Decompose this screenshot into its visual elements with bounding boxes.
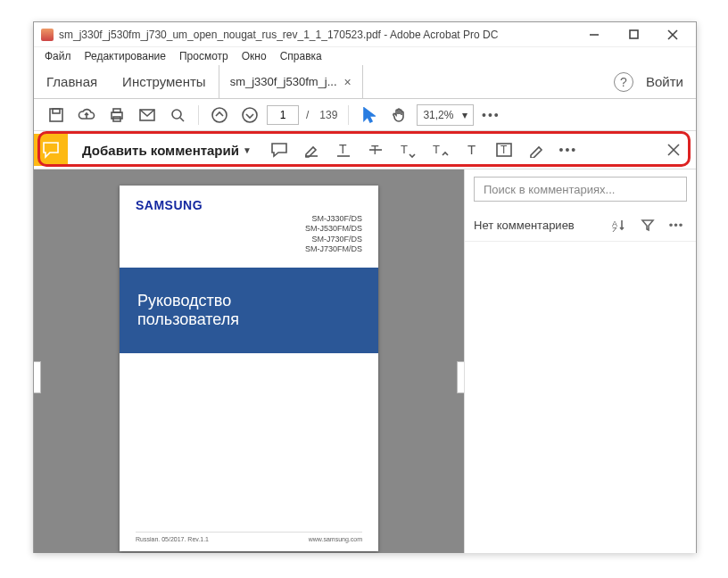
page-separator: /: [302, 109, 312, 121]
tab-document[interactable]: sm_j330f_j530fm_j... ×: [219, 65, 363, 98]
left-panel-toggle[interactable]: [34, 361, 41, 393]
text-replace-icon[interactable]: T: [394, 136, 421, 163]
doc-title-line1: Руководство: [137, 292, 378, 310]
tab-home[interactable]: Главная: [34, 65, 110, 98]
panel-more-icon[interactable]: •••: [666, 214, 687, 235]
tabbar: Главная Инструменты sm_j330f_j530fm_j...…: [34, 65, 696, 99]
no-comments-label: Нет комментариев: [474, 219, 575, 232]
menu-view[interactable]: Просмотр: [174, 48, 234, 64]
print-icon[interactable]: [103, 102, 130, 128]
text-insert-icon[interactable]: T: [426, 136, 453, 163]
menu-help[interactable]: Справка: [275, 48, 327, 64]
menubar: Файл Редактирование Просмотр Окно Справк…: [34, 47, 696, 65]
window-title: sm_j330f_j530fm_j730_um_open_nougat_rus_…: [59, 29, 575, 41]
svg-text:T: T: [401, 143, 408, 156]
page-down-icon[interactable]: [236, 102, 263, 128]
doc-models: SM-J330F/DS SM-J530FM/DS SM-J730F/DS SM-…: [305, 214, 362, 254]
page-total: 139: [316, 109, 341, 121]
doc-title-band: Руководство пользователя: [120, 268, 378, 353]
menu-edit[interactable]: Редактирование: [79, 48, 171, 64]
sticky-note-icon[interactable]: [266, 136, 293, 163]
svg-point-12: [212, 108, 227, 122]
text-tool-icon[interactable]: T: [459, 136, 485, 163]
comments-panel: Поиск в комментариях... Нет комментариев…: [464, 169, 696, 553]
chevron-down-icon: ▼: [243, 145, 252, 155]
svg-text:T: T: [500, 144, 508, 156]
svg-text:T: T: [433, 143, 440, 156]
more-icon[interactable]: •••: [555, 136, 582, 163]
close-window-button[interactable]: [653, 22, 692, 47]
menu-window[interactable]: Окно: [236, 48, 272, 64]
maximize-button[interactable]: [614, 22, 653, 47]
comment-search-input[interactable]: Поиск в комментариях...: [474, 177, 687, 202]
titlebar: sm_j330f_j530fm_j730_um_open_nougat_rus_…: [34, 22, 696, 47]
comment-search-placeholder: Поиск в комментариях...: [484, 183, 615, 196]
content-area: SAMSUNG SM-J330F/DS SM-J530FM/DS SM-J730…: [34, 169, 696, 553]
comment-toolbar: Добавить комментарий ▼ T T T T T T •••: [34, 131, 696, 169]
highlight-icon[interactable]: [298, 136, 325, 163]
menu-file[interactable]: Файл: [39, 48, 77, 64]
doc-title-line2: пользователя: [137, 310, 378, 329]
mail-icon[interactable]: [134, 102, 161, 128]
comments-header-row: Нет комментариев AZ •••: [465, 209, 696, 242]
pencil-icon[interactable]: [523, 136, 550, 163]
svg-rect-1: [630, 30, 638, 38]
svg-line-11: [180, 118, 184, 121]
doc-brand: SAMSUNG: [136, 198, 203, 212]
comment-toolbar-wrap: Добавить комментарий ▼ T T T T T T •••: [34, 131, 696, 169]
main-toolbar: / 139 31,2%▾ •••: [34, 99, 696, 131]
tab-tools[interactable]: Инструменты: [110, 65, 219, 98]
svg-point-13: [243, 108, 257, 122]
pdf-file-icon: [41, 29, 54, 41]
svg-text:Z: Z: [612, 226, 617, 232]
minimize-button[interactable]: [575, 22, 614, 47]
text-strikethrough-icon[interactable]: T: [362, 136, 389, 163]
text-underline-icon[interactable]: T: [330, 136, 357, 163]
document-viewport[interactable]: SAMSUNG SM-J330F/DS SM-J530FM/DS SM-J730…: [34, 169, 464, 553]
cloud-upload-icon[interactable]: [73, 102, 100, 128]
zoom-dropdown[interactable]: 31,2%▾: [417, 104, 474, 126]
save-icon[interactable]: [43, 102, 70, 128]
svg-text:T: T: [467, 142, 476, 157]
svg-rect-5: [53, 109, 60, 113]
hand-icon[interactable]: [386, 102, 413, 128]
text-box-icon[interactable]: T: [491, 136, 517, 163]
more-tools-icon[interactable]: •••: [477, 102, 504, 128]
svg-rect-7: [113, 109, 120, 112]
pdf-page: SAMSUNG SM-J330F/DS SM-J530FM/DS SM-J730…: [120, 186, 378, 551]
right-panel-toggle[interactable]: [457, 361, 464, 393]
page-number-input[interactable]: [267, 105, 299, 125]
doc-footer: Russian. 05/2017. Rev.1.1 www.samsung.co…: [136, 532, 362, 542]
page-up-icon[interactable]: [206, 102, 233, 128]
svg-point-10: [172, 110, 181, 119]
comment-mode-icon[interactable]: [34, 134, 68, 166]
tab-document-label: sm_j330f_j530fm_j...: [230, 75, 337, 88]
zoom-value: 31,2%: [423, 109, 453, 121]
add-comment-button[interactable]: Добавить комментарий ▼: [73, 143, 261, 158]
add-comment-label: Добавить комментарий: [82, 143, 239, 158]
login-button[interactable]: Войти: [646, 74, 683, 89]
help-icon[interactable]: ?: [614, 72, 633, 92]
svg-rect-4: [50, 109, 62, 121]
close-toolbar-icon[interactable]: [660, 136, 687, 163]
tab-close-icon[interactable]: ×: [344, 75, 352, 89]
sort-icon[interactable]: AZ: [608, 214, 630, 235]
svg-text:T: T: [339, 142, 347, 156]
search-icon[interactable]: [164, 102, 191, 128]
app-window: sm_j330f_j530fm_j730_um_open_nougat_rus_…: [33, 21, 697, 553]
filter-icon[interactable]: [637, 214, 658, 235]
pointer-icon[interactable]: [356, 102, 383, 128]
chevron-down-icon: ▾: [462, 109, 467, 121]
